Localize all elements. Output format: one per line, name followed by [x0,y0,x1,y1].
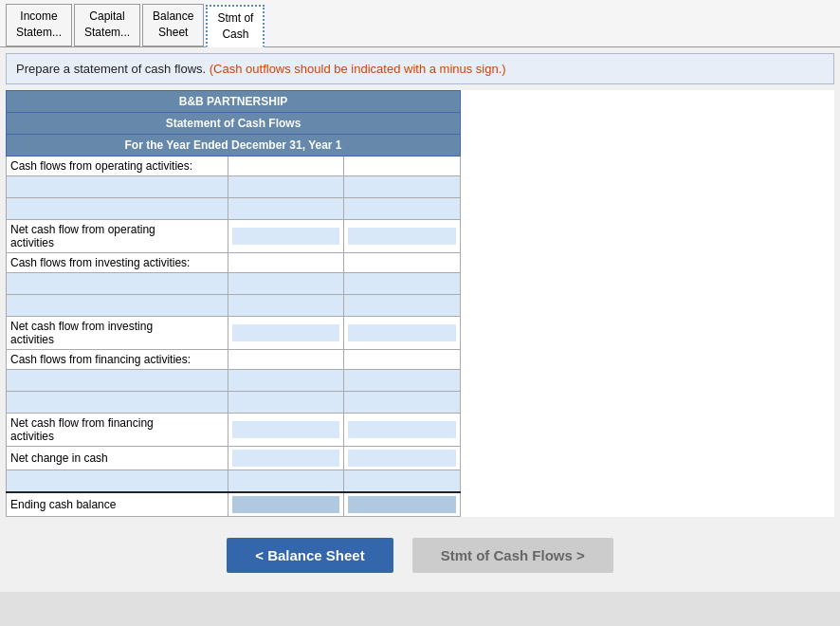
spacer-val1[interactable] [230,472,342,489]
net-operating-row: Net cash flow from operatingactivities [7,219,461,252]
investing-input-row-1[interactable] [7,272,461,294]
net-change-val2[interactable] [348,450,456,467]
tabs-row: IncomeStatem... CapitalStatem... Balance… [0,0,840,47]
tab-capital-statement[interactable]: CapitalStatem... [74,4,140,46]
tab-stmt-cash[interactable]: Stmt ofCash [206,5,265,47]
net-investing-val1[interactable] [232,324,340,341]
financing-input-row-1[interactable] [7,369,461,391]
instruction-bar: Prepare a statement of cash flows. (Cash… [6,53,834,84]
investing-input-row-2[interactable] [7,294,461,316]
net-investing-label: Net cash flow from investingactivities [7,316,228,349]
company-name: B&B PARTNERSHIP [7,90,461,112]
tab-balance-sheet[interactable]: BalanceSheet [142,4,204,46]
instruction-highlight: (Cash outflows should be indicated with … [210,62,506,76]
bottom-navigation: < Balance Sheet Stmt of Cash Flows > [0,523,840,592]
financing-label-row: Cash flows from financing activities: [7,349,461,369]
operating-val1-1[interactable] [230,178,342,195]
net-change-row: Net change in cash [7,446,461,470]
investing-desc-2[interactable] [9,297,226,314]
operating-desc-2[interactable] [9,200,226,217]
ending-val2[interactable] [348,496,456,513]
operating-input-row-2[interactable] [7,197,461,219]
net-investing-row: Net cash flow from investingactivities [7,316,461,349]
ending-balance-row: Ending cash balance [7,492,461,517]
next-button[interactable]: Stmt of Cash Flows > [412,538,613,573]
net-financing-row: Net cash flow from financingactivities [7,413,461,446]
operating-input-row-1[interactable] [7,175,461,197]
net-financing-val2[interactable] [348,421,456,438]
net-operating-val2[interactable] [348,228,456,245]
net-operating-label: Net cash flow from operatingactivities [7,219,228,252]
operating-label-row: Cash flows from operating activities: [7,156,461,175]
investing-desc-1[interactable] [9,275,226,292]
header-period-row: For the Year Ended December 31, Year 1 [7,134,461,156]
operating-val1-2[interactable] [230,200,342,217]
net-investing-val2[interactable] [348,324,456,341]
financing-val1-1[interactable] [230,372,342,389]
net-change-label: Net change in cash [7,446,228,470]
financing-desc-1[interactable] [9,372,226,389]
investing-label: Cash flows from investing activities: [7,252,228,272]
net-financing-val1[interactable] [232,421,340,438]
statement-table: B&B PARTNERSHIP Statement of Cash Flows … [6,90,461,517]
financing-input-row-2[interactable] [7,391,461,413]
net-operating-val1[interactable] [232,228,340,245]
form-area: B&B PARTNERSHIP Statement of Cash Flows … [6,90,834,517]
operating-desc-1[interactable] [9,178,226,195]
investing-val1-2[interactable] [230,297,342,314]
net-change-val1[interactable] [232,450,340,467]
spacer-row [7,470,461,492]
header-title-row: Statement of Cash Flows [7,112,461,134]
net-financing-label: Net cash flow from financingactivities [7,413,228,446]
ending-val1[interactable] [232,496,340,513]
investing-val1-1[interactable] [230,275,342,292]
statement-period: For the Year Ended December 31, Year 1 [7,134,461,156]
tab-income-statement[interactable]: IncomeStatem... [6,4,72,46]
financing-label: Cash flows from financing activities: [7,349,228,369]
financing-desc-2[interactable] [9,394,226,411]
financing-val1-2[interactable] [230,394,342,411]
prev-button[interactable]: < Balance Sheet [227,538,393,573]
spacer-desc[interactable] [9,472,226,489]
investing-label-row: Cash flows from investing activities: [7,252,461,272]
header-company-row: B&B PARTNERSHIP [7,90,461,112]
instruction-text: Prepare a statement of cash flows. [16,62,210,76]
ending-label: Ending cash balance [7,492,228,517]
operating-label: Cash flows from operating activities: [7,156,228,175]
statement-title: Statement of Cash Flows [7,112,461,134]
